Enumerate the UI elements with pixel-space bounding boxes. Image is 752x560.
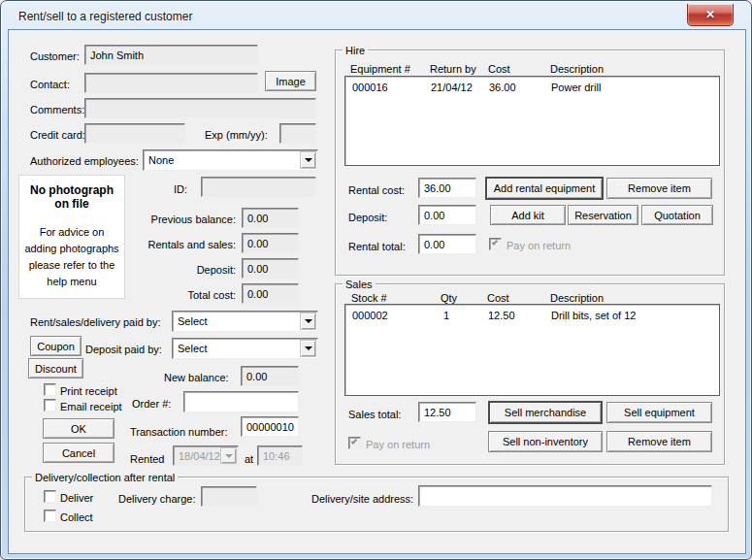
deposit-paid-by-combo[interactable]: Select (172, 338, 318, 359)
email-receipt-label: Email receipt (60, 401, 122, 412)
window-title: Rent/sell to a registered customer (18, 10, 192, 23)
comments-label: Comments: (30, 104, 84, 115)
title-bar: Rent/sell to a registered customer ✕ (1, 1, 751, 30)
hire-col-cost: Cost (488, 63, 510, 75)
delivery-address-label: Delivery/site address: (311, 493, 413, 505)
sales-row-cost: 12.50 (488, 310, 515, 321)
rentals-and-sales-label: Rentals and sales: (117, 239, 236, 250)
hire-row-equipment: 000016 (352, 82, 388, 93)
rental-total-field[interactable]: 0.00 (418, 234, 476, 254)
hire-pay-on-return-checkbox (489, 238, 502, 250)
deposit-field: 0.00 (242, 258, 299, 279)
add-rental-equipment-button[interactable]: Add rental equipment (485, 177, 604, 200)
delivery-charge-label: Delivery charge: (118, 493, 195, 505)
coupon-button[interactable]: Coupon (30, 336, 82, 356)
deposit-paid-by-label: Deposit paid by: (85, 344, 162, 355)
rented-date-value: 18/04/12 (179, 450, 220, 462)
ok-button[interactable]: OK (43, 418, 114, 439)
total-cost-field: 0.00 (242, 283, 299, 304)
hire-list[interactable]: 000016 21/04/12 36.00 Power drill (344, 76, 720, 166)
rentals-and-sales-field: 0.00 (242, 233, 299, 253)
paid-by-label: Rent/sales/delivery paid by: (30, 316, 161, 328)
authorized-employees-value: None (148, 154, 174, 166)
paid-by-value: Select (178, 315, 208, 327)
rent-sell-dialog: Rent/sell to a registered customer ✕ Cus… (0, 0, 752, 560)
photo-note-line: adding photographs (19, 241, 124, 257)
photo-placeholder: No photograph on file For advice on addi… (18, 175, 125, 299)
close-icon: ✕ (705, 9, 715, 20)
customer-label: Customer: (30, 50, 80, 62)
check-icon (492, 239, 498, 245)
sales-col-stock: Stock # (351, 292, 387, 304)
hire-col-return-by: Return by (430, 63, 476, 75)
previous-balance-label: Previous balance: (117, 214, 236, 225)
deliver-checkbox[interactable] (44, 490, 56, 503)
hire-deposit-field[interactable]: 0.00 (418, 205, 476, 225)
credit-card-label: Credit card: (30, 129, 85, 141)
sell-equipment-button[interactable]: Sell equipment (606, 402, 712, 423)
photo-note-line: For advice on (19, 224, 124, 241)
exp-label: Exp (mm/yy): (205, 129, 268, 141)
hire-row-cost: 36.00 (489, 82, 516, 93)
chevron-down-icon[interactable] (300, 340, 316, 357)
hire-row-return-by: 21/04/12 (431, 82, 473, 93)
sales-row-qty: 1 (443, 310, 449, 321)
sales-list[interactable]: 000002 1 12.50 Drill bits, set of 12 (344, 304, 720, 396)
transaction-number-field[interactable]: 00000010 (241, 416, 299, 437)
photo-note-line: help menu (19, 274, 124, 290)
add-kit-button[interactable]: Add kit (490, 205, 566, 225)
rented-date-combo: 18/04/12 (173, 445, 239, 466)
new-balance-field: 0.00 (241, 366, 299, 386)
print-receipt-checkbox[interactable] (44, 383, 56, 396)
authorized-employees-combo[interactable]: None (143, 149, 318, 171)
paid-by-combo[interactable]: Select (172, 311, 318, 332)
id-label: ID: (174, 183, 187, 195)
chevron-down-icon[interactable] (300, 151, 316, 169)
sell-merchandise-button[interactable]: Sell merchandise (488, 401, 603, 424)
email-receipt-checkbox[interactable] (44, 399, 56, 412)
sales-remove-item-button[interactable]: Remove item (606, 431, 712, 452)
sales-total-label: Sales total: (348, 409, 401, 420)
order-number-field[interactable] (183, 391, 299, 412)
transaction-number-label: Transaction number: (130, 426, 227, 438)
hire-row-description: Power drill (551, 82, 601, 93)
collect-checkbox[interactable] (44, 510, 56, 522)
rental-cost-field[interactable]: 36.00 (418, 178, 476, 198)
deliver-label: Deliver (60, 492, 93, 504)
hire-col-equipment: Equipment # (350, 63, 410, 75)
discount-button[interactable]: Discount (28, 358, 83, 379)
photo-note-line: please refer to the (19, 257, 124, 274)
print-receipt-label: Print receipt (60, 385, 117, 397)
deposit-paid-by-value: Select (178, 343, 208, 354)
customer-field: John Smith (84, 45, 258, 65)
rental-cost-label: Rental cost: (348, 184, 405, 196)
collect-label: Collect (60, 511, 93, 523)
hire-col-description: Description (550, 63, 604, 75)
chevron-down-icon[interactable] (300, 313, 316, 330)
exp-field (279, 123, 316, 144)
delivery-charge-field (201, 486, 257, 507)
new-balance-label: New balance: (164, 372, 229, 383)
sales-total-field[interactable]: 12.50 (418, 402, 476, 422)
chevron-down-icon (220, 447, 237, 464)
sales-row-description: Drill bits, set of 12 (551, 310, 636, 321)
close-button[interactable]: ✕ (687, 4, 734, 26)
authorized-employees-label: Authorized employees: (30, 155, 139, 167)
delivery-address-field[interactable] (418, 485, 712, 507)
rented-time-field: 10:46 (257, 445, 303, 466)
cancel-button[interactable]: Cancel (43, 443, 114, 463)
previous-balance-field: 0.00 (242, 208, 299, 228)
hire-pay-on-return-label: Pay on return (507, 240, 571, 251)
sell-non-inventory-button[interactable]: Sell non-inventory (488, 431, 603, 452)
image-button[interactable]: Image (265, 71, 316, 91)
deposit-label: Deposit: (117, 264, 236, 276)
hire-remove-item-button[interactable]: Remove item (606, 178, 712, 199)
photo-title-line1: No photograph (19, 183, 124, 197)
sales-col-cost: Cost (487, 292, 509, 304)
sales-pay-on-return-checkbox (348, 437, 361, 449)
hire-deposit-label: Deposit: (348, 212, 387, 223)
contact-field (84, 73, 258, 93)
reservation-button[interactable]: Reservation (568, 205, 638, 225)
quotation-button[interactable]: Quotation (641, 205, 713, 225)
sales-row-stock: 000002 (352, 310, 388, 321)
